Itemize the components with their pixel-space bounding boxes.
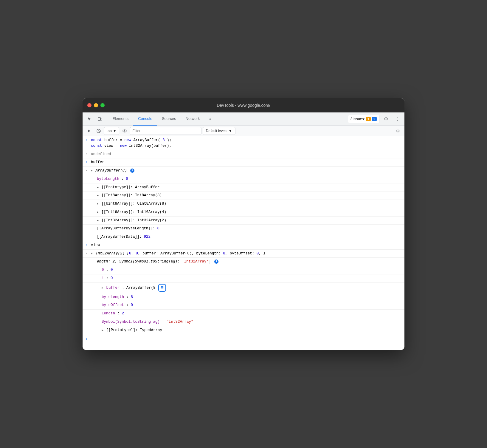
- row-content: ▼ Int32Array(2) [0, 0, buffer: ArrayBuff…: [91, 250, 404, 257]
- collapse-arrow[interactable]: ▼: [91, 169, 93, 173]
- console-toolbar: top ▼ Default levels ▼ ⚙: [83, 126, 404, 136]
- row-gutter: [83, 258, 91, 259]
- expand-arrow[interactable]: ▶: [102, 286, 103, 290]
- row-content: ▶ [[Prototype]]: ArrayBuffer: [91, 184, 404, 191]
- row-content: 0 : 0: [91, 267, 404, 274]
- row-content: buffer: [91, 159, 404, 166]
- eye-button[interactable]: [120, 127, 129, 135]
- console-row: [[ArrayBufferByteLength]]: 8: [83, 225, 404, 233]
- warning-count: 1: [366, 117, 371, 121]
- expand-arrow[interactable]: ▶: [97, 210, 99, 214]
- inspect-element-button[interactable]: [85, 114, 94, 124]
- tab-console[interactable]: Console: [133, 112, 157, 126]
- tab-sources[interactable]: Sources: [157, 112, 181, 126]
- info-icon[interactable]: i: [130, 169, 134, 173]
- row-content: byteOffset : 0: [91, 302, 404, 309]
- row-gutter: [83, 217, 91, 218]
- device-toolbar-button[interactable]: [95, 114, 105, 124]
- console-row: byteLength : 8: [83, 175, 404, 183]
- expand-arrow[interactable]: ▶: [97, 218, 99, 223]
- row-gutter: [83, 209, 91, 209]
- console-row: ‹ undefined: [83, 150, 404, 159]
- tab-network[interactable]: Network: [181, 112, 205, 126]
- info-count: 2: [372, 117, 377, 121]
- console-row: ▶ [[Int8Array]]: Int8Array(8): [83, 191, 404, 200]
- tab-more[interactable]: »: [204, 112, 216, 126]
- clear-button[interactable]: [94, 127, 103, 135]
- context-selector[interactable]: top ▼: [104, 127, 119, 135]
- svg-point-6: [124, 130, 125, 132]
- row-content: 1 : 0: [91, 275, 404, 282]
- row-gutter: [83, 184, 91, 185]
- row-content: [[ArrayBufferData]]: 922: [91, 234, 404, 240]
- issues-label: 3 Issues:: [350, 117, 365, 121]
- tab-elements[interactable]: Elements: [108, 112, 133, 126]
- expand-arrow[interactable]: ▶: [102, 328, 103, 333]
- devtools-window: DevTools - www.google.com/ Elements Cons…: [83, 98, 404, 350]
- toolbar-right: 3 Issues: 1 2 ⚙ ⋮: [348, 114, 402, 124]
- row-gutter: ›: [83, 159, 91, 165]
- window-controls: [87, 103, 105, 107]
- window-title: DevTools - www.google.com/: [217, 103, 270, 108]
- row-content: byteLength : 8: [91, 294, 404, 301]
- row-content: undefined: [91, 151, 404, 158]
- expand-arrow[interactable]: ▶: [97, 202, 99, 206]
- levels-selector[interactable]: Default levels ▼: [203, 127, 235, 135]
- issues-badge[interactable]: 3 Issues: 1 2: [348, 115, 379, 123]
- more-options-button[interactable]: ⋮: [393, 114, 402, 124]
- expand-arrow[interactable]: ▶: [97, 185, 99, 190]
- filter-input[interactable]: [130, 127, 201, 135]
- row-gutter: [83, 267, 91, 267]
- prompt-row: ›: [83, 334, 404, 344]
- row-content: ▶ [[Prototype]]: TypedArray: [91, 327, 404, 334]
- console-settings-button[interactable]: ⚙: [394, 127, 402, 135]
- tab-bar: Elements Console Sources Network »: [108, 112, 216, 125]
- row-gutter: ›: [83, 137, 91, 143]
- main-toolbar: Elements Console Sources Network » 3 Iss…: [83, 112, 404, 126]
- prompt-gutter: ›: [83, 336, 91, 342]
- console-row: 1 : 0: [83, 274, 404, 283]
- console-row: ▶ [[Int32Array]]: Int32Array(2): [83, 217, 404, 225]
- row-gutter: ‹: [83, 167, 91, 173]
- console-row: ▶ [[Uint8Array]]: Uint8Array(8): [83, 200, 404, 208]
- row-content: const buffer = new ArrayBuffer( 8 ); con…: [91, 137, 404, 149]
- console-row: ▶ [[Prototype]]: ArrayBuffer: [83, 183, 404, 192]
- row-gutter: [83, 234, 91, 234]
- console-row: › const buffer = new ArrayBuffer( 8 ); c…: [83, 136, 404, 150]
- console-row: byteOffset : 0: [83, 301, 404, 310]
- row-content: [[ArrayBufferByteLength]]: 8: [91, 225, 404, 232]
- tooltip-icon[interactable]: ⊞: [158, 284, 166, 292]
- console-row: [[ArrayBufferData]]: 922: [83, 233, 404, 241]
- close-button[interactable]: [87, 103, 91, 107]
- row-gutter: [83, 302, 91, 302]
- svg-marker-2: [88, 129, 90, 132]
- row-content: byteLength : 8: [91, 176, 404, 183]
- row-gutter: ‹: [83, 151, 91, 157]
- row-content: Symbol(Symbol.toStringTag) : "Int32Array…: [91, 319, 404, 325]
- row-content: length : 2: [91, 310, 404, 317]
- settings-button[interactable]: ⚙: [381, 114, 391, 124]
- collapse-arrow[interactable]: ▼: [91, 251, 93, 256]
- svg-rect-1: [101, 118, 102, 120]
- row-content: ▶ [[Int8Array]]: Int8Array(8): [91, 192, 404, 199]
- console-row: ▶ buffer : ArrayBuffer(8 ⊞: [83, 283, 404, 293]
- row-content: ▶ [[Int16Array]]: Int16Array(4): [91, 209, 404, 216]
- row-content: view: [91, 242, 404, 249]
- svg-rect-0: [98, 118, 100, 121]
- titlebar: DevTools - www.google.com/: [83, 98, 404, 112]
- expand-arrow[interactable]: ▶: [97, 193, 99, 198]
- run-button[interactable]: [85, 127, 93, 135]
- svg-line-4: [97, 130, 100, 132]
- console-row: › view: [83, 241, 404, 250]
- row-gutter: [83, 327, 91, 327]
- minimize-button[interactable]: [94, 103, 98, 107]
- row-content: ▼ ArrayBuffer(8) i: [91, 167, 404, 174]
- console-row: Symbol(Symbol.toStringTag) : "Int32Array…: [83, 318, 404, 326]
- row-gutter: [83, 225, 91, 226]
- row-gutter: [83, 275, 91, 276]
- console-row: ‹ ▼ ArrayBuffer(8) i: [83, 167, 404, 175]
- maximize-button[interactable]: [100, 103, 105, 107]
- info-icon[interactable]: i: [214, 259, 218, 264]
- console-row: byteLength : 8: [83, 293, 404, 302]
- console-row: 0 : 0: [83, 266, 404, 274]
